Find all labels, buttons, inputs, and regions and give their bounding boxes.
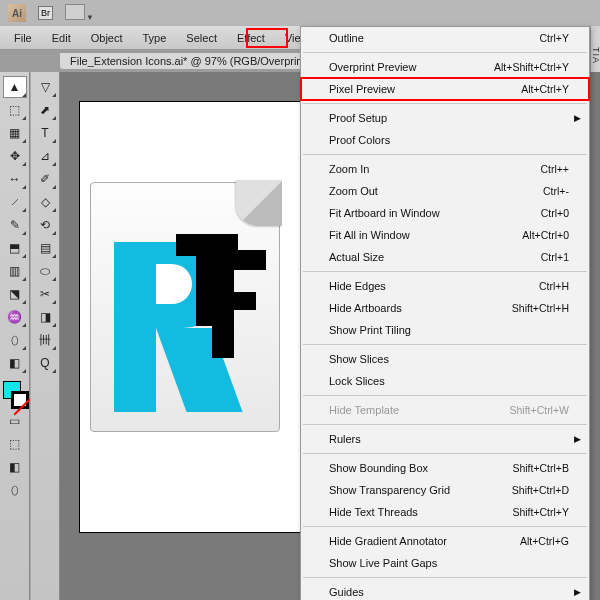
menu-separator	[303, 344, 587, 345]
menu-item-proof-colors[interactable]: Proof Colors	[301, 129, 589, 151]
menu-separator	[303, 526, 587, 527]
page-curl-icon	[236, 180, 282, 226]
menu-edit[interactable]: Edit	[42, 26, 81, 49]
right-tool-9[interactable]: ◨	[33, 306, 57, 328]
menu-item-label: Hide Edges	[329, 280, 386, 292]
menu-item-label: Show Print Tiling	[329, 324, 411, 336]
menu-item-show-slices[interactable]: Show Slices	[301, 348, 589, 370]
left-tool-4[interactable]: ⟋	[3, 191, 27, 213]
stroke-swatch[interactable]	[11, 391, 29, 409]
menu-item-hide-gradient-annotator[interactable]: Hide Gradient AnnotatorAlt+Ctrl+G	[301, 530, 589, 552]
chevron-down-icon: ▼	[86, 13, 94, 22]
menu-type[interactable]: Type	[133, 26, 177, 49]
menu-file[interactable]: File	[4, 26, 42, 49]
selection-tool[interactable]: ▲	[3, 76, 27, 98]
fill-stroke-swatch[interactable]	[1, 379, 29, 409]
menu-shortcut: Ctrl+Y	[540, 32, 569, 44]
menu-shortcut: Shift+Ctrl+W	[509, 404, 569, 416]
menu-item-label: Actual Size	[329, 251, 384, 263]
menu-item-fit-all-in-window[interactable]: Fit All in WindowAlt+Ctrl+0	[301, 224, 589, 246]
right-tool-6[interactable]: ▤	[33, 237, 57, 259]
right-tool-10[interactable]: 卌	[33, 329, 57, 351]
tools-panel-right: ▽ ⬈T⊿✐◇⟲▤⬭✂◨卌Q	[30, 72, 60, 600]
menu-item-label: Show Live Paint Gaps	[329, 557, 437, 569]
right-tool-11[interactable]: Q	[33, 352, 57, 374]
menu-separator	[303, 453, 587, 454]
menu-item-show-transparency-grid[interactable]: Show Transparency GridShift+Ctrl+D	[301, 479, 589, 501]
menu-select[interactable]: Select	[176, 26, 227, 49]
menu-item-hide-artboards[interactable]: Hide ArtboardsShift+Ctrl+H	[301, 297, 589, 319]
menu-separator	[303, 52, 587, 53]
left-tool-10[interactable]: ⬯	[3, 329, 27, 351]
br-icon[interactable]: Br	[38, 6, 53, 20]
menu-item-actual-size[interactable]: Actual SizeCtrl+1	[301, 246, 589, 268]
document-tab[interactable]: File_Extension Icons.ai* @ 97% (RGB/Over…	[60, 53, 327, 69]
menu-item-label: Hide Gradient Annotator	[329, 535, 447, 547]
right-tool-2[interactable]: ⊿	[33, 145, 57, 167]
left-tool-7[interactable]: ▥	[3, 260, 27, 282]
mode-tool-1[interactable]: ⬚	[3, 433, 27, 455]
menu-item-fit-artboard-in-window[interactable]: Fit Artboard in WindowCtrl+0	[301, 202, 589, 224]
direct-selection-tool[interactable]: ▽	[33, 76, 57, 98]
left-tool-8[interactable]: ⬔	[3, 283, 27, 305]
left-tool-0[interactable]: ⬚	[3, 99, 27, 121]
menu-item-label: Lock Slices	[329, 375, 385, 387]
menu-item-pixel-preview[interactable]: Pixel PreviewAlt+Ctrl+Y	[301, 78, 589, 100]
left-tool-5[interactable]: ✎	[3, 214, 27, 236]
menu-item-outline[interactable]: OutlineCtrl+Y	[301, 27, 589, 49]
menu-item-label: Guides	[329, 586, 364, 598]
left-tool-9[interactable]: ♒	[3, 306, 27, 328]
menu-shortcut: Alt+Ctrl+Y	[521, 83, 569, 95]
left-tool-6[interactable]: ⬒	[3, 237, 27, 259]
menu-separator	[303, 577, 587, 578]
menu-object[interactable]: Object	[81, 26, 133, 49]
menu-item-label: Hide Template	[329, 404, 399, 416]
menu-item-show-print-tiling[interactable]: Show Print Tiling	[301, 319, 589, 341]
menu-item-label: Proof Colors	[329, 134, 390, 146]
app-logo: Ai	[8, 4, 26, 22]
menu-shortcut: Ctrl+1	[541, 251, 569, 263]
tools-panel-left: ▲ ⬚▦✥↔⟋✎⬒▥⬔♒⬯◧▭⬚◧⬯	[0, 72, 30, 600]
menu-shortcut: Alt+Shift+Ctrl+Y	[494, 61, 569, 73]
menu-item-hide-edges[interactable]: Hide EdgesCtrl+H	[301, 275, 589, 297]
right-tool-7[interactable]: ⬭	[33, 260, 57, 282]
submenu-arrow-icon: ▶	[574, 587, 581, 597]
left-tool-11[interactable]: ◧	[3, 352, 27, 374]
left-tool-2[interactable]: ✥	[3, 145, 27, 167]
menu-shortcut: Alt+Ctrl+0	[522, 229, 569, 241]
menu-item-lock-slices[interactable]: Lock Slices	[301, 370, 589, 392]
right-tool-5[interactable]: ⟲	[33, 214, 57, 236]
menu-item-zoom-out[interactable]: Zoom OutCtrl+-	[301, 180, 589, 202]
menu-item-hide-text-threads[interactable]: Hide Text ThreadsShift+Ctrl+Y	[301, 501, 589, 523]
right-tool-3[interactable]: ✐	[33, 168, 57, 190]
menu-item-proof-setup[interactable]: Proof Setup▶	[301, 107, 589, 129]
menu-item-overprint-preview[interactable]: Overprint PreviewAlt+Shift+Ctrl+Y	[301, 56, 589, 78]
menu-item-guides[interactable]: Guides▶	[301, 581, 589, 600]
menu-item-label: Zoom Out	[329, 185, 378, 197]
menu-item-show-live-paint-gaps[interactable]: Show Live Paint Gaps	[301, 552, 589, 574]
view-menu-dropdown: OutlineCtrl+YOverprint PreviewAlt+Shift+…	[300, 26, 590, 600]
left-tool-1[interactable]: ▦	[3, 122, 27, 144]
menu-shortcut: Ctrl+-	[543, 185, 569, 197]
mode-tool-3[interactable]: ⬯	[3, 479, 27, 501]
submenu-arrow-icon: ▶	[574, 434, 581, 444]
menu-shortcut: Ctrl+H	[539, 280, 569, 292]
right-tool-1[interactable]: T	[33, 122, 57, 144]
menu-item-label: Outline	[329, 32, 364, 44]
menu-item-label: Fit Artboard in Window	[329, 207, 440, 219]
right-tool-4[interactable]: ◇	[33, 191, 57, 213]
right-tool-0[interactable]: ⬈	[33, 99, 57, 121]
menu-item-show-bounding-box[interactable]: Show Bounding BoxShift+Ctrl+B	[301, 457, 589, 479]
menu-separator	[303, 424, 587, 425]
menu-shortcut: Alt+Ctrl+G	[520, 535, 569, 547]
right-tool-8[interactable]: ✂	[33, 283, 57, 305]
menu-item-label: Fit All in Window	[329, 229, 410, 241]
menu-item-label: Show Slices	[329, 353, 389, 365]
doc-setup-icon[interactable]	[65, 4, 85, 20]
menu-item-rulers[interactable]: Rulers▶	[301, 428, 589, 450]
menu-item-zoom-in[interactable]: Zoom InCtrl++	[301, 158, 589, 180]
mode-tool-2[interactable]: ◧	[3, 456, 27, 478]
left-tool-3[interactable]: ↔	[3, 168, 27, 190]
menu-effect[interactable]: Effect	[227, 26, 275, 49]
mode-tool-0[interactable]: ▭	[3, 410, 27, 432]
